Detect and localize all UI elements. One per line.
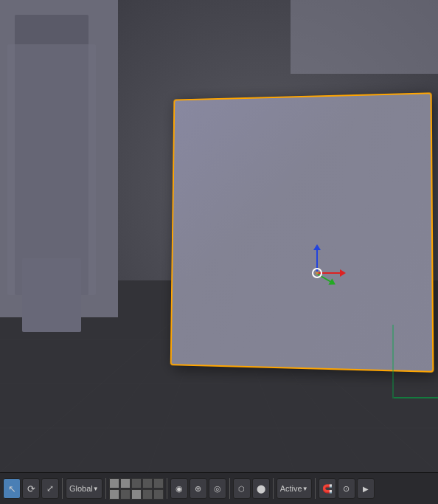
display-btn-4[interactable]: [142, 478, 153, 489]
display-btn-5[interactable]: [153, 478, 164, 489]
display-btn-2[interactable]: [120, 478, 131, 489]
display-btn-3[interactable]: [131, 478, 142, 489]
snap-icon: 🧲: [322, 484, 333, 494]
mode-dropdown[interactable]: Global: [66, 478, 102, 499]
render-icon: ▶: [363, 485, 369, 493]
wireframe-mode-button[interactable]: ⬡: [233, 478, 251, 499]
display-btn-10[interactable]: [153, 489, 164, 500]
wireframe-icon: ⬡: [238, 485, 245, 493]
cursor-icon: ↖: [8, 483, 16, 494]
gizmo-y-arrow: [313, 244, 321, 250]
display-btn-1[interactable]: [109, 478, 119, 489]
toolbar: ↖ ⟳ ⤢ Global ◉ ⊕ ◎ ⬡ ⬤: [0, 472, 438, 504]
viewport-display-grid: [109, 478, 164, 500]
viewport-shading-icon: ◉: [175, 484, 183, 494]
separator-3: [167, 478, 167, 499]
display-btn-7[interactable]: [120, 489, 131, 500]
proportional-edit-icon: ⊙: [343, 484, 350, 494]
left-pillar: [22, 258, 81, 332]
separator-5: [273, 478, 274, 499]
3d-viewport[interactable]: [0, 0, 438, 472]
transform-gizmo[interactable]: [288, 244, 347, 303]
gizmo-center-dot: [316, 272, 319, 275]
solid-mode-button[interactable]: ⬤: [252, 478, 270, 499]
display-btn-8[interactable]: [131, 489, 142, 500]
separator-2: [105, 478, 106, 499]
viewport-shading-button[interactable]: ◉: [170, 478, 188, 499]
proportional-edit-button[interactable]: ⊙: [338, 478, 355, 499]
gizmo-x-arrow: [340, 269, 346, 277]
scale-icon: ⤢: [46, 483, 54, 494]
overlay-button[interactable]: ⊕: [190, 478, 207, 499]
display-btn-6[interactable]: [109, 489, 119, 500]
bg-axis-green-vertical: [392, 325, 394, 398]
solid-mode-icon: ⬤: [257, 484, 265, 494]
render-button[interactable]: ▶: [357, 478, 375, 499]
separator-4: [229, 478, 230, 499]
top-right-structure: [291, 0, 438, 74]
gizmo-z-arrow: [328, 278, 337, 288]
xray-button[interactable]: ◎: [209, 478, 226, 499]
bg-axis-green-horizontal: [394, 397, 438, 398]
rotate-tool-button[interactable]: ⟳: [22, 478, 40, 499]
active-label: Active: [280, 484, 302, 493]
xray-icon: ◎: [214, 484, 221, 494]
active-dropdown[interactable]: Active: [277, 478, 312, 499]
select-tool-button[interactable]: ↖: [3, 478, 21, 499]
mode-label: Global: [69, 484, 93, 493]
left-wall-panel: [7, 44, 96, 295]
separator-6: [315, 478, 316, 499]
display-btn-9[interactable]: [142, 489, 153, 500]
scale-tool-button[interactable]: ⤢: [41, 478, 59, 499]
overlay-icon: ⊕: [195, 484, 201, 494]
separator-1: [62, 478, 63, 499]
rotate-icon: ⟳: [27, 483, 35, 494]
snap-button[interactable]: 🧲: [319, 478, 336, 499]
selected-plane: [170, 92, 434, 373]
